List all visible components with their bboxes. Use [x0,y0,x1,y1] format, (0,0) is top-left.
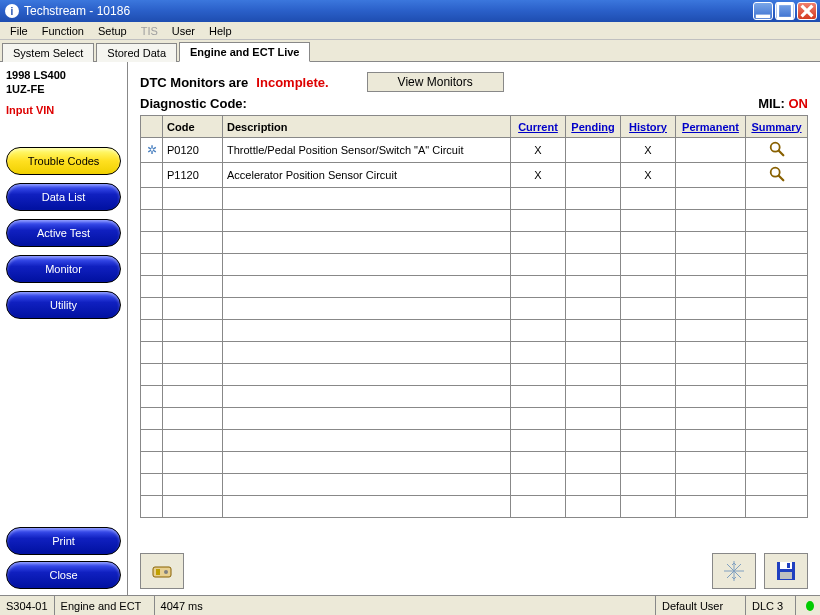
table-row-empty [141,430,808,452]
cell-desc: Accelerator Position Sensor Circuit [223,163,511,188]
table-row-empty [141,452,808,474]
menu-setup[interactable]: Setup [91,25,134,37]
titlebar: i Techstream - 10186 [0,0,820,22]
dtc-monitors-status: Incomplete. [256,75,328,90]
cell-desc: Throttle/Pedal Position Sensor/Switch "A… [223,138,511,163]
table-row-empty [141,188,808,210]
nav-utility[interactable]: Utility [6,291,121,319]
table-row-empty [141,408,808,430]
snowflake-icon-button[interactable] [712,553,756,589]
col-summary[interactable]: Summary [746,116,808,138]
magnifier-icon[interactable] [768,140,786,158]
table-row-empty [141,276,808,298]
minimize-button[interactable] [753,2,773,20]
mil-value: ON [789,96,809,111]
nav-active-test[interactable]: Active Test [6,219,121,247]
close-window-button[interactable] [797,2,817,20]
status-dlc: DLC 3 [746,596,796,615]
nav-data-list[interactable]: Data List [6,183,121,211]
nav-trouble-codes[interactable]: Trouble Codes [6,147,121,175]
svg-rect-0 [756,15,770,19]
svg-rect-1 [778,4,792,18]
tab-stored-data[interactable]: Stored Data [96,43,177,62]
svg-rect-4 [153,567,171,577]
app-icon: i [5,4,19,18]
gear-icon: ✲ [147,143,157,157]
cell-summary[interactable] [746,163,808,188]
col-icon [141,116,163,138]
svg-rect-9 [787,563,790,568]
table-row-empty [141,474,808,496]
save-icon-button[interactable] [764,553,808,589]
col-history[interactable]: History [621,116,676,138]
status-connection [796,596,820,615]
menu-user[interactable]: User [165,25,202,37]
vehicle-info: 1998 LS400 1UZ-FE Input VIN [6,68,121,117]
table-row-empty [141,232,808,254]
col-current[interactable]: Current [511,116,566,138]
cell-code: P1120 [163,163,223,188]
cell-code: P0120 [163,138,223,163]
svg-rect-10 [780,572,792,579]
magnifier-icon[interactable] [768,165,786,183]
menu-file[interactable]: File [3,25,35,37]
cell-history: X [621,138,676,163]
input-vin-link[interactable]: Input VIN [6,103,121,117]
cell-summary[interactable] [746,138,808,163]
table-row-empty [141,364,808,386]
svg-rect-8 [780,562,792,569]
connection-dot-icon [806,601,814,611]
menu-help[interactable]: Help [202,25,239,37]
table-row[interactable]: ✲P0120Throttle/Pedal Position Sensor/Swi… [141,138,808,163]
menu-function[interactable]: Function [35,25,91,37]
tab-engine-ect-live[interactable]: Engine and ECT Live [179,42,310,62]
dtc-monitors-label: DTC Monitors are [140,75,248,90]
table-row-empty [141,342,808,364]
ecu-icon-button[interactable] [140,553,184,589]
cell-current: X [511,138,566,163]
status-code: S304-01 [0,596,55,615]
diagnostic-code-label: Diagnostic Code: [140,96,247,111]
cell-current: X [511,163,566,188]
print-button[interactable]: Print [6,527,121,555]
view-monitors-button[interactable]: View Monitors [367,72,504,92]
col-code: Code [163,116,223,138]
menu-tis: TIS [134,25,165,37]
col-description: Description [223,116,511,138]
nav-monitor[interactable]: Monitor [6,255,121,283]
cell-permanent [676,138,746,163]
table-row[interactable]: P1120Accelerator Position Sensor Circuit… [141,163,808,188]
window-title: Techstream - 10186 [24,4,130,18]
main-panel: DTC Monitors are Incomplete. View Monito… [128,62,820,595]
cell-pending [566,138,621,163]
col-pending[interactable]: Pending [566,116,621,138]
cell-history: X [621,163,676,188]
vehicle-model: 1998 LS400 [6,68,121,82]
svg-rect-5 [156,569,160,575]
maximize-button[interactable] [775,2,795,20]
sidebar: 1998 LS400 1UZ-FE Input VIN Trouble Code… [0,62,128,595]
status-system: Engine and ECT [55,596,155,615]
table-row-empty [141,386,808,408]
statusbar: S304-01 Engine and ECT 4047 ms Default U… [0,595,820,615]
status-user: Default User [656,596,746,615]
mil-status: MIL: ON [758,96,808,111]
table-row-empty [141,320,808,342]
tab-strip: System Select Stored Data Engine and ECT… [0,40,820,62]
vehicle-engine: 1UZ-FE [6,82,121,96]
table-row-empty [141,254,808,276]
table-row-empty [141,298,808,320]
col-permanent[interactable]: Permanent [676,116,746,138]
table-row-empty [141,210,808,232]
close-button[interactable]: Close [6,561,121,589]
svg-point-6 [164,570,168,574]
table-row-empty [141,496,808,518]
dtc-table: Code Description Current Pending History… [140,115,808,518]
cell-permanent [676,163,746,188]
tab-system-select[interactable]: System Select [2,43,94,62]
cell-pending [566,163,621,188]
menubar: File Function Setup TIS User Help [0,22,820,40]
mil-label: MIL: [758,96,785,111]
status-time: 4047 ms [155,596,656,615]
